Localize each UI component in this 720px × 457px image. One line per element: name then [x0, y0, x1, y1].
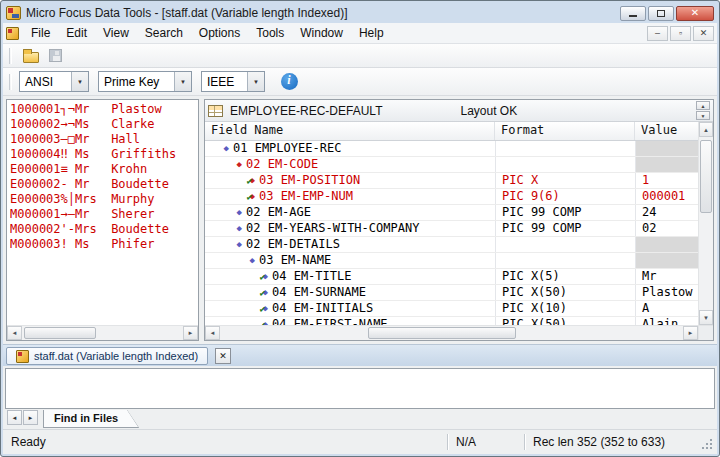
record-line[interactable]: 1000002→¬Ms Clarke: [10, 117, 198, 132]
mdi-minimize-button[interactable]: –: [647, 26, 668, 41]
menu-item-edit[interactable]: Edit: [58, 24, 95, 42]
save-button[interactable]: [43, 45, 67, 66]
toolbar-grip[interactable]: [9, 48, 12, 64]
field-format: PIC 9(6): [495, 189, 635, 204]
layout-grid-row[interactable]: ◆02 EM-DETAILS: [205, 237, 698, 253]
layout-grid-row[interactable]: ✔◆04 EM-INITIALSPIC X(10)A: [205, 301, 698, 317]
chevron-down-icon[interactable]: ▼: [71, 72, 88, 91]
tab-staff-dat[interactable]: staff.dat (Variable length Indexed): [6, 347, 208, 365]
chevron-down-icon[interactable]: ▼: [247, 72, 264, 91]
column-header-format[interactable]: Format: [495, 122, 635, 140]
field-value[interactable]: 000001: [635, 189, 698, 204]
scroll-up-icon[interactable]: ▲: [699, 122, 713, 137]
field-name: 03 EM-EMP-NUM: [259, 189, 353, 204]
scroll-right-icon[interactable]: ►: [183, 326, 198, 340]
toolbar-grip[interactable]: [9, 74, 12, 90]
mdi-document-icon[interactable]: [6, 27, 19, 40]
field-value[interactable]: Plastow: [635, 285, 698, 300]
record-line[interactable]: E000003%│Mrs Murphy: [10, 192, 198, 207]
record-line[interactable]: 1000001┐¬Mr Plastow: [10, 102, 198, 117]
records-horizontal-scrollbar[interactable]: ◄ ►: [7, 325, 198, 340]
layout-grid-row[interactable]: ◆03 EM-NAME: [205, 253, 698, 269]
scrollbar-thumb[interactable]: [368, 327, 516, 339]
layout-grid-row[interactable]: ✔◆04 EM-TITLEPIC X(5)Mr: [205, 269, 698, 285]
layout-grid-row[interactable]: ✔◆04 EM-FIRST-NAMEPIC X(50)Alain: [205, 317, 698, 325]
layout-grid-row[interactable]: ◆02 EM-YEARS-WITH-COMPANYPIC 99 COMP02: [205, 221, 698, 237]
field-value[interactable]: [635, 253, 698, 268]
field-name: 03 EM-POSITION: [259, 173, 360, 188]
tab-close-button[interactable]: ✕: [215, 348, 231, 364]
column-header-field-name[interactable]: Field Name: [205, 122, 495, 140]
menu-item-search[interactable]: Search: [137, 24, 191, 42]
chevron-down-icon[interactable]: ▼: [174, 72, 191, 91]
field-value[interactable]: Alain: [635, 317, 698, 325]
close-button[interactable]: ✕: [676, 6, 714, 21]
record-line[interactable]: E000002- Mr Boudette: [10, 177, 198, 192]
layout-grid-row[interactable]: ✔◆03 EM-POSITIONPIC X1: [205, 173, 698, 189]
mdi-close-button[interactable]: ✕: [693, 26, 714, 41]
scrollbar-track[interactable]: [22, 326, 183, 340]
scroll-left-icon[interactable]: ◄: [7, 326, 22, 340]
menu-item-view[interactable]: View: [95, 24, 137, 42]
spin-up-icon[interactable]: ▲: [696, 101, 710, 110]
record-line[interactable]: E000001≡ Mr Krohn: [10, 162, 198, 177]
scroll-left-icon: ◄: [12, 415, 18, 421]
scroll-left-icon[interactable]: ◄: [205, 326, 220, 340]
scrollbar-thumb[interactable]: [24, 327, 96, 339]
mdi-restore-button[interactable]: ▫: [670, 26, 691, 41]
spin-down-icon[interactable]: ▼: [696, 111, 710, 120]
minimize-button[interactable]: [620, 6, 646, 21]
field-value[interactable]: Mr: [635, 269, 698, 284]
menu-item-file[interactable]: File: [23, 24, 58, 42]
field-value[interactable]: [635, 157, 698, 172]
layout-grid-row[interactable]: ✔◆03 EM-EMP-NUMPIC 9(6)000001: [205, 189, 698, 205]
scrollbar-track[interactable]: [220, 326, 683, 340]
record-line[interactable]: M000003! Ms Phifer: [10, 237, 198, 252]
info-button[interactable]: i: [278, 71, 300, 93]
scroll-right-icon[interactable]: ►: [683, 326, 698, 340]
tab-scroll-right-button[interactable]: ►: [23, 410, 38, 425]
menu-item-help[interactable]: Help: [351, 24, 392, 42]
key-combobox[interactable]: Prime Key ▼: [98, 71, 192, 92]
menu-item-tools[interactable]: Tools: [248, 24, 292, 42]
tab-find-in-files[interactable]: Find in Files: [43, 410, 139, 428]
scrollbar-thumb[interactable]: [700, 140, 712, 213]
field-value[interactable]: [635, 141, 698, 156]
field-format: PIC X(10): [495, 301, 635, 316]
open-button[interactable]: [19, 45, 43, 66]
grid-vertical-scrollbar[interactable]: ▲ ▼: [698, 122, 713, 325]
record-line[interactable]: 1000004‼ Ms Griffiths: [10, 147, 198, 162]
field-value[interactable]: A: [635, 301, 698, 316]
record-line[interactable]: M000002'-Mrs Boudette: [10, 222, 198, 237]
field-value[interactable]: 1: [635, 173, 698, 188]
field-name: 03 EM-NAME: [259, 253, 331, 268]
find-results-pane[interactable]: [5, 368, 715, 409]
record-line[interactable]: M000001→—Mr Sherer: [10, 207, 198, 222]
maximize-button[interactable]: [648, 6, 674, 21]
mdi-window-buttons: – ▫ ✕: [647, 26, 714, 41]
layout-grid-row[interactable]: ✔◆04 EM-SURNAMEPIC X(50)Plastow: [205, 285, 698, 301]
field-name: 04 EM-SURNAME: [272, 285, 366, 300]
open-folder-icon: [23, 52, 39, 63]
record-layout-icon: [208, 105, 223, 117]
grid-horizontal-scrollbar[interactable]: ◄ ►: [205, 325, 698, 340]
record-line[interactable]: 1000003—□Mr Hall: [10, 132, 198, 147]
float-format-combobox[interactable]: IEEE ▼: [201, 71, 265, 92]
menu-item-options[interactable]: Options: [191, 24, 248, 42]
field-value[interactable]: [635, 237, 698, 252]
scrollbar-track[interactable]: [699, 137, 713, 310]
charset-combobox-value: ANSI: [20, 75, 71, 89]
charset-combobox[interactable]: ANSI ▼: [19, 71, 89, 92]
tab-scroll-left-button[interactable]: ◄: [7, 410, 22, 425]
column-header-value[interactable]: Value: [635, 122, 698, 140]
field-format: PIC 99 COMP: [495, 205, 635, 220]
layout-grid-row[interactable]: ◆02 EM-AGEPIC 99 COMP24: [205, 205, 698, 221]
field-value[interactable]: 24: [635, 205, 698, 220]
field-format: [495, 237, 635, 252]
layout-grid-row[interactable]: ◆02 EM-CODE: [205, 157, 698, 173]
menu-item-window[interactable]: Window: [292, 24, 351, 42]
layout-grid-row[interactable]: ◆01 EMPLOYEE-REC: [205, 141, 698, 157]
scroll-down-icon[interactable]: ▼: [699, 310, 713, 325]
resize-grip[interactable]: [702, 439, 714, 451]
field-value[interactable]: 02: [635, 221, 698, 236]
